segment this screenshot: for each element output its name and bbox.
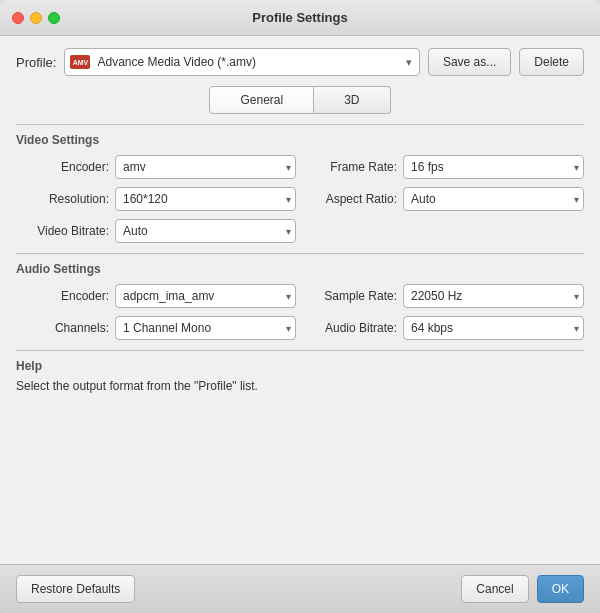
tabs-row: General 3D [16,86,584,114]
channels-select[interactable]: 1 Channel Mono 2 Channel Stereo [115,316,296,340]
footer-right: Cancel OK [461,575,584,603]
sample-rate-select-wrapper: 22050 Hz 44100 Hz 48000 Hz [403,284,584,308]
audio-bitrate-label: Audio Bitrate: [312,321,397,335]
footer: Restore Defaults Cancel OK [0,564,600,613]
profile-select[interactable]: Advance Media Video (*.amv) MP4 Video (*… [64,48,419,76]
restore-defaults-button[interactable]: Restore Defaults [16,575,135,603]
aspect-ratio-select[interactable]: Auto 4:3 16:9 1:1 [403,187,584,211]
audio-encoder-row: Encoder: adpcm_ima_amv aac mp3 [24,284,296,308]
encoder-label: Encoder: [24,160,109,174]
audio-encoder-label: Encoder: [24,289,109,303]
resolution-row: Resolution: 160*120 320*240 640*480 1280… [24,187,296,211]
save-as-button[interactable]: Save as... [428,48,511,76]
empty-cell [312,219,584,243]
video-bitrate-label: Video Bitrate: [24,224,109,238]
encoder-select-wrapper: amv h264 mpeg4 [115,155,296,179]
window-controls [12,12,60,24]
frame-rate-select[interactable]: 16 fps 24 fps 30 fps 60 fps [403,155,584,179]
resolution-select-wrapper: 160*120 320*240 640*480 1280*720 [115,187,296,211]
profile-settings-window: Profile Settings Profile: AMV Advance Me… [0,0,600,613]
video-bitrate-select[interactable]: Auto 128 kbps 256 kbps 512 kbps [115,219,296,243]
profile-select-container: AMV Advance Media Video (*.amv) MP4 Vide… [64,48,419,76]
help-title: Help [16,359,584,373]
window-title: Profile Settings [252,10,347,25]
sample-rate-label: Sample Rate: [312,289,397,303]
help-text: Select the output format from the "Profi… [16,379,584,393]
ok-button[interactable]: OK [537,575,584,603]
audio-bitrate-row: Audio Bitrate: 64 kbps 128 kbps 192 kbps… [312,316,584,340]
audio-settings-title: Audio Settings [16,262,584,276]
tab-3d[interactable]: 3D [314,86,390,114]
audio-encoder-select[interactable]: adpcm_ima_amv aac mp3 [115,284,296,308]
profile-label: Profile: [16,55,56,70]
delete-button[interactable]: Delete [519,48,584,76]
maximize-button[interactable] [48,12,60,24]
aspect-ratio-label: Aspect Ratio: [312,192,397,206]
frame-rate-label: Frame Rate: [312,160,397,174]
audio-settings-section: Audio Settings Encoder: adpcm_ima_amv aa… [16,253,584,340]
channels-row: Channels: 1 Channel Mono 2 Channel Stere… [24,316,296,340]
content-area: Profile: AMV Advance Media Video (*.amv)… [0,36,600,564]
minimize-button[interactable] [30,12,42,24]
frame-rate-row: Frame Rate: 16 fps 24 fps 30 fps 60 fps [312,155,584,179]
audio-settings-grid: Encoder: adpcm_ima_amv aac mp3 Sample Ra… [16,284,584,340]
resolution-select[interactable]: 160*120 320*240 640*480 1280*720 [115,187,296,211]
close-button[interactable] [12,12,24,24]
title-bar: Profile Settings [0,0,600,36]
channels-label: Channels: [24,321,109,335]
sample-rate-select[interactable]: 22050 Hz 44100 Hz 48000 Hz [403,284,584,308]
channels-select-wrapper: 1 Channel Mono 2 Channel Stereo [115,316,296,340]
video-bitrate-row: Video Bitrate: Auto 128 kbps 256 kbps 51… [24,219,296,243]
video-bitrate-select-wrapper: Auto 128 kbps 256 kbps 512 kbps [115,219,296,243]
frame-rate-select-wrapper: 16 fps 24 fps 30 fps 60 fps [403,155,584,179]
video-settings-section: Video Settings Encoder: amv h264 mpeg4 [16,124,584,243]
resolution-label: Resolution: [24,192,109,206]
tab-general[interactable]: General [209,86,314,114]
aspect-ratio-row: Aspect Ratio: Auto 4:3 16:9 1:1 [312,187,584,211]
encoder-row: Encoder: amv h264 mpeg4 [24,155,296,179]
profile-row: Profile: AMV Advance Media Video (*.amv)… [16,48,584,76]
encoder-select[interactable]: amv h264 mpeg4 [115,155,296,179]
sample-rate-row: Sample Rate: 22050 Hz 44100 Hz 48000 Hz [312,284,584,308]
audio-bitrate-select[interactable]: 64 kbps 128 kbps 192 kbps 320 kbps [403,316,584,340]
video-settings-grid: Encoder: amv h264 mpeg4 Frame Rate: [16,155,584,243]
audio-encoder-select-wrapper: adpcm_ima_amv aac mp3 [115,284,296,308]
audio-bitrate-select-wrapper: 64 kbps 128 kbps 192 kbps 320 kbps [403,316,584,340]
help-section: Help Select the output format from the "… [16,350,584,552]
cancel-button[interactable]: Cancel [461,575,528,603]
aspect-ratio-select-wrapper: Auto 4:3 16:9 1:1 [403,187,584,211]
video-settings-title: Video Settings [16,133,584,147]
